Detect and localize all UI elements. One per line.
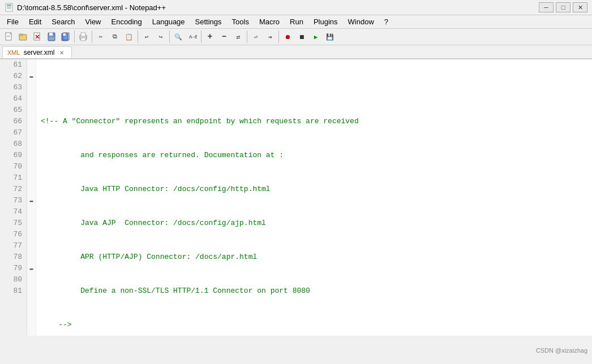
tb-cut[interactable]: ✂	[94, 30, 108, 44]
line-content-67: Define a non-SSL/TLS HTTP/1.1 Connector …	[41, 285, 587, 297]
menu-language[interactable]: Language	[148, 16, 190, 27]
menu-run[interactable]: Run	[285, 16, 308, 27]
line-num-66: 66	[0, 116, 27, 127]
menu-encoding[interactable]: Encoding	[107, 16, 147, 27]
minimize-button[interactable]: ─	[539, 2, 554, 12]
menu-view[interactable]: View	[81, 16, 106, 27]
tb-separator-1	[74, 31, 75, 43]
tb-open[interactable]	[16, 30, 30, 44]
tab-bar: XML server.xml ✕	[0, 45, 592, 59]
tb-macro-save[interactable]: 💾	[323, 30, 337, 44]
svg-rect-15	[49, 37, 54, 40]
line-num-70: 70	[0, 161, 27, 172]
tb-redo[interactable]: ↪	[154, 30, 168, 44]
tb-macro-stop[interactable]: ⏹	[295, 30, 308, 44]
line-content-61	[41, 82, 587, 93]
close-button[interactable]: ✕	[573, 2, 587, 12]
app-icon	[5, 3, 14, 12]
line-content-63: and responses are returned. Documentatio…	[41, 150, 587, 161]
line-content-65: Java AJP Connector: /docs/config/ajp.htm…	[41, 218, 587, 229]
tab-server-xml[interactable]: XML server.xml ✕	[2, 46, 72, 58]
fold-79[interactable]: ▬	[27, 263, 36, 274]
fold-61	[27, 59, 36, 71]
tb-replace[interactable]: A→B	[186, 30, 199, 44]
fold-68	[27, 138, 36, 150]
fold-77	[27, 240, 36, 252]
line-num-67: 67	[0, 127, 27, 138]
tb-close[interactable]	[31, 30, 44, 44]
svg-rect-3	[7, 7, 11, 8]
code-editor[interactable]: <!-- A "Connector" represents an endpoin…	[36, 59, 592, 336]
fold-80	[27, 274, 36, 285]
title-text: D:\tomcat-8.5.58\conf\server.xml - Notep…	[17, 3, 539, 12]
tab-xml-icon: XML	[7, 49, 20, 56]
window-controls[interactable]: ─ □ ✕	[539, 2, 587, 12]
editor-area: 61 62 63 64 65 66 67 68 69 70 71 72 73 7…	[0, 59, 592, 336]
line-num-72: 72	[0, 184, 27, 195]
tb-indent[interactable]: ⇥	[263, 30, 277, 44]
svg-rect-2	[7, 6, 11, 7]
fold-73[interactable]: ▬	[27, 195, 36, 206]
menu-edit[interactable]: Edit	[24, 16, 46, 27]
line-content-66: APR (HTTP/AJP) Connector: /docs/apr.html	[41, 252, 587, 263]
tb-new[interactable]	[2, 30, 16, 44]
fold-65	[27, 105, 36, 116]
tb-copy[interactable]: ⧉	[108, 30, 122, 44]
tb-save-all[interactable]	[59, 30, 72, 44]
tab-close-button[interactable]: ✕	[58, 49, 66, 57]
tb-zoom-in[interactable]: +	[203, 30, 217, 44]
fold-76	[27, 229, 36, 240]
tb-print[interactable]	[76, 30, 90, 44]
menu-tools[interactable]: Tools	[228, 16, 254, 27]
fold-70	[27, 161, 36, 172]
tb-undo[interactable]: ↩	[140, 30, 153, 44]
tb-separator-3	[138, 31, 138, 43]
line-num-61: 61	[0, 59, 27, 71]
line-num-80: 80	[0, 274, 27, 285]
line-num-63: 63	[0, 82, 27, 93]
svg-rect-20	[81, 33, 85, 36]
fold-74	[27, 206, 36, 218]
menu-plugins[interactable]: Plugins	[309, 16, 342, 27]
menu-file[interactable]: File	[2, 16, 23, 27]
tb-wordwrap[interactable]: ⏎	[249, 30, 263, 44]
menu-window[interactable]: Window	[344, 16, 379, 27]
fold-66	[27, 116, 36, 127]
menu-settings[interactable]: Settings	[191, 16, 226, 27]
fold-72	[27, 184, 36, 195]
line-num-64: 64	[0, 93, 27, 105]
line-num-74: 74	[0, 206, 27, 218]
line-content-62: <!-- A "Connector" represents an endpoin…	[41, 116, 587, 127]
line-num-71: 71	[0, 172, 27, 184]
tb-separator-2	[92, 31, 92, 43]
menu-search[interactable]: Search	[47, 16, 79, 27]
tb-zoom-out[interactable]: −	[217, 30, 231, 44]
tb-paste[interactable]: 📋	[122, 30, 136, 44]
tb-separator-5	[201, 31, 201, 43]
menu-macro[interactable]: Macro	[255, 16, 284, 27]
line-num-68: 68	[0, 138, 27, 150]
fold-81	[27, 285, 36, 297]
fold-62[interactable]: ▬	[27, 71, 36, 82]
svg-rect-1	[7, 5, 11, 6]
tb-macro-play[interactable]: ▶	[309, 30, 323, 44]
fold-69	[27, 150, 36, 161]
toolbar: ✂ ⧉ 📋 ↩ ↪ 🔍 A→B + − ⇄ ⏎ ⇥ ⏺ ⏹ ▶ 💾	[0, 29, 592, 45]
tb-save[interactable]	[45, 30, 58, 44]
line-num-76: 76	[0, 229, 27, 240]
svg-text:A→B: A→B	[189, 34, 197, 40]
line-num-79: 79	[0, 263, 27, 274]
maximize-button[interactable]: □	[556, 2, 570, 12]
fold-column: ▬ ▬ ▬	[27, 59, 36, 336]
tb-find[interactable]: 🔍	[171, 30, 185, 44]
fold-71	[27, 172, 36, 184]
line-num-75: 75	[0, 218, 27, 229]
svg-rect-4	[7, 8, 11, 9]
line-num-81: 81	[0, 285, 27, 297]
line-num-73: 73	[0, 195, 27, 206]
svg-rect-14	[49, 33, 53, 36]
tb-macro-rec[interactable]: ⏺	[281, 30, 294, 44]
menu-help[interactable]: ?	[380, 16, 393, 27]
menu-bar: File Edit Search View Encoding Language …	[0, 15, 592, 29]
tb-sync[interactable]: ⇄	[231, 30, 245, 44]
